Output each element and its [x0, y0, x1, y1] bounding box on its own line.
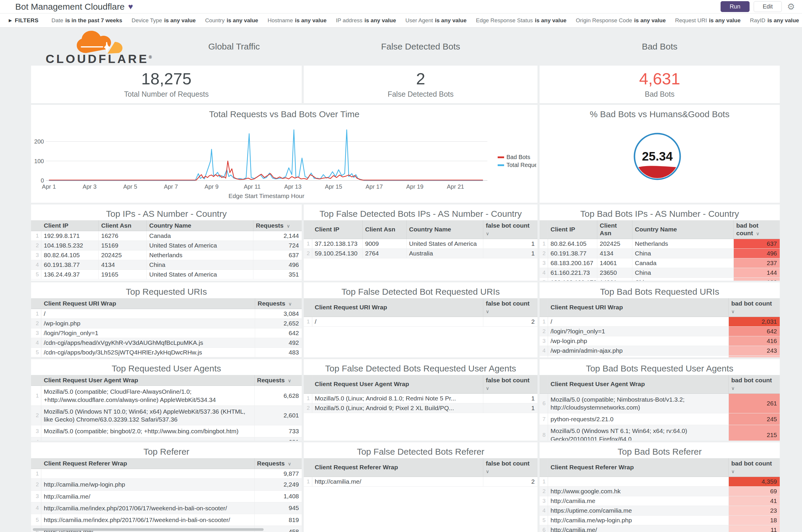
column-header[interactable]: Client Asn: [597, 220, 632, 239]
tile-title: Top False Detected Bots IPs - AS Number …: [304, 205, 537, 220]
stat-value: 2: [416, 71, 425, 87]
cloudflare-cloud-icon: [69, 31, 129, 54]
tile-title: Top Bad Bots Referer: [539, 442, 780, 458]
column-header[interactable]: Client IP: [548, 220, 597, 239]
filter-item[interactable]: Request URIis any value: [675, 17, 741, 24]
tile-top-user-agents: Top Requested User Agents Client Request…: [31, 359, 302, 441]
column-header[interactable]: false bot count ∨: [483, 375, 537, 394]
bad-user-agents-table[interactable]: Client Request User Agent Wrapbad bot co…: [539, 375, 780, 441]
false-uris-table[interactable]: Client Request URI Wrapfalse bot count ∨…: [304, 298, 537, 327]
column-header[interactable]: Client Request Referer Wrap: [312, 458, 483, 477]
edit-button[interactable]: Edit: [754, 1, 782, 12]
filters-expander[interactable]: ▶ FILTERS: [9, 17, 39, 24]
top-uris-table[interactable]: Client Request URI WrapRequests ∨1/3,084…: [31, 298, 302, 357]
tile-title: Top Bad Bots Requested User Agents: [539, 359, 780, 375]
column-header[interactable]: false bot count ∨: [483, 458, 537, 477]
column-header[interactable]: Client Request URI Wrap: [548, 298, 728, 317]
top-ips-table[interactable]: Client IPClient AsnCountry NameRequests …: [31, 220, 302, 280]
svg-text:Apr 1: Apr 1: [42, 184, 56, 190]
column-header[interactable]: bad bot count ∨: [728, 298, 780, 317]
filter-item[interactable]: IP addressis any value: [336, 17, 396, 24]
filter-item[interactable]: RayIDis any value: [750, 17, 799, 24]
svg-text:Apr 13: Apr 13: [284, 184, 301, 190]
percent-gauge[interactable]: 25.34: [539, 121, 780, 203]
table-row: 5/xmlrpc.php124: [539, 355, 780, 357]
svg-text:Apr 17: Apr 17: [366, 184, 383, 190]
bad-uris-table[interactable]: Client Request URI Wrapbad bot count ∨1/…: [539, 298, 780, 357]
column-header[interactable]: bad bot count ∨: [728, 375, 780, 394]
column-header[interactable]: Requests ∨: [254, 458, 302, 469]
column-header[interactable]: Client Asn: [98, 220, 147, 231]
column-header[interactable]: Requests ∨: [255, 298, 302, 309]
column-header[interactable]: Client Request Referer Wrap: [41, 458, 254, 469]
table-row: 259.100.254.1302764Australia1: [304, 248, 537, 258]
column-header[interactable]: Client Request URI Wrap: [312, 298, 483, 317]
column-header[interactable]: bad bot count ∨: [728, 458, 780, 477]
filter-item[interactable]: Hostnameis any value: [267, 17, 326, 24]
column-header[interactable]: Client Request User Agent Wrap: [41, 375, 254, 386]
column-header[interactable]: Client IP: [41, 220, 98, 231]
svg-text:0: 0: [41, 177, 44, 184]
table-row: 260.191.38.774134China496: [539, 248, 780, 258]
top-user-agents-table[interactable]: Client Request User Agent WrapRequests ∨…: [31, 375, 302, 441]
column-header[interactable]: Requests ∨: [253, 220, 302, 231]
filter-item[interactable]: Countryis any value: [205, 17, 258, 24]
filter-item[interactable]: Dateis in the past 7 weeks: [52, 17, 122, 24]
false-user-agents-table[interactable]: Client Request User Agent Wrapfalse bot …: [304, 375, 537, 413]
column-header[interactable]: Requests ∨: [254, 375, 302, 386]
column-header[interactable]: Country Name: [632, 220, 733, 239]
filter-item[interactable]: Origin Response Codeis any value: [576, 17, 666, 24]
column-header[interactable]: Country Name: [147, 220, 253, 231]
table-row: 5http://camilia.me/wp-login.php18: [539, 515, 780, 525]
sort-descending-icon: ∨: [286, 461, 291, 467]
column-header[interactable]: Client Request User Agent Wrap: [548, 375, 728, 394]
timeseries-chart[interactable]: 0100200Apr 1Apr 3Apr 5Apr 7Apr 9Apr 11Ap…: [31, 121, 537, 203]
tile-title: Top Bad Bots Requested URIs: [539, 282, 780, 298]
section-header-global-traffic: Global Traffic: [208, 42, 260, 52]
column-header[interactable]: Country Name: [406, 220, 483, 239]
column-header[interactable]: Client Request Referer Wrap: [548, 458, 728, 477]
stat-label: False Detected Bots: [387, 90, 454, 98]
table-row: 1/2,031: [539, 317, 780, 326]
stat-total-requests: 18,275 Total Number of Requests: [31, 65, 302, 103]
run-button[interactable]: Run: [721, 1, 749, 12]
column-header[interactable]: Client Request User Agent Wrap: [312, 375, 483, 394]
svg-text:Apr 3: Apr 3: [82, 184, 97, 190]
svg-text:Apr 7: Apr 7: [164, 184, 178, 190]
sort-descending-icon: ∨: [486, 309, 490, 314]
table-row: 2Mozilla/5.0 (Linux; Android 9; Pixel 2 …: [304, 403, 537, 413]
svg-text:200: 200: [34, 138, 44, 145]
topbar-actions: Run Edit ⚙: [721, 1, 795, 12]
table-row: 1/2: [304, 317, 537, 326]
horizontal-scrollbar[interactable]: [33, 528, 264, 531]
table-row: 4/wp-admin/admin-ajax.php243: [539, 346, 780, 355]
table-row: 4http://camilia.me/index.php/2017/06/17/…: [31, 502, 302, 514]
false-referer-table[interactable]: Client Request Referer Wrapfalse bot cou…: [304, 458, 537, 487]
top-referer-table[interactable]: Client Request Referer WrapRequests ∨19,…: [31, 458, 302, 532]
table-row: 5136.24.49.3719165United States of Ameri…: [31, 270, 302, 280]
heart-icon: ♥: [128, 2, 133, 12]
tile-bad-user-agents: Top Bad Bots Requested User Agents Clien…: [539, 359, 780, 441]
cloudflare-wordmark: CLOUDFLARE®: [46, 53, 152, 65]
column-header[interactable]: Client Asn: [362, 220, 406, 239]
table-row: 8Mozilla/5.0 (Windows NT 6.1; Win64; x64…: [539, 425, 780, 441]
table-row: 1/3,084: [31, 309, 302, 319]
filter-item[interactable]: Edge Response Statusis any value: [476, 17, 567, 24]
column-header[interactable]: false bot count ∨: [483, 220, 537, 239]
column-header[interactable]: Client Request URI Wrap: [41, 298, 255, 309]
chart-band: Total Requests vs Bad Bots Over Time 010…: [31, 105, 802, 203]
table-row: 6Mozilla/5.0 (compatible; Nimbostratus-B…: [539, 394, 780, 413]
sort-descending-icon: ∨: [486, 386, 490, 391]
gear-icon[interactable]: ⚙: [787, 2, 795, 11]
false-ips-table[interactable]: Client IPClient AsnCountry Namefalse bot…: [304, 220, 537, 259]
column-header[interactable]: bad bot count ∨: [733, 220, 780, 239]
column-header[interactable]: Client IP: [312, 220, 362, 239]
filter-item[interactable]: Device Typeis any value: [132, 17, 196, 24]
table-row: 3Mozilla/5.0 (compatible; bingbot/2.0; +…: [31, 425, 302, 437]
bad-referer-table[interactable]: Client Request Referer Wrapbad bot count…: [539, 458, 780, 532]
filter-item[interactable]: User Agentis any value: [405, 17, 466, 24]
bad-ips-table[interactable]: Client IPClient AsnCountry Namebad bot c…: [539, 220, 780, 281]
table-row: 1Mozilla/5.0 (Linux; Android 8.1.0; Redm…: [304, 394, 537, 403]
section-header-band: CLOUDFLARE® Global Traffic False Detecte…: [31, 28, 802, 65]
column-header[interactable]: false bot count ∨: [483, 298, 537, 317]
